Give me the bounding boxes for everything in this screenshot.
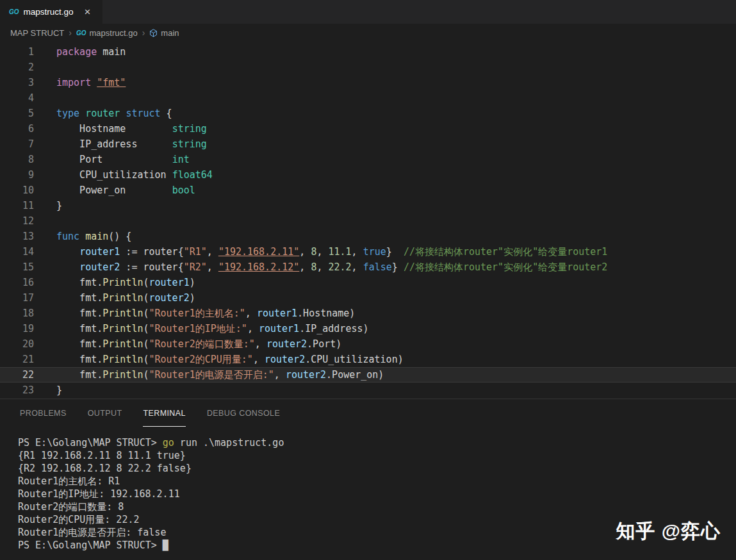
line-number: 4 xyxy=(0,90,34,106)
code-line[interactable]: 7 IP_address string xyxy=(0,136,736,152)
code-line[interactable]: 19 fmt.Println("Router1的IP地址:", router1.… xyxy=(0,321,736,336)
panel-tab-bar: PROBLEMSOUTPUTTERMINALDEBUG CONSOLE xyxy=(0,399,736,427)
panel-tab-problems[interactable]: PROBLEMS xyxy=(20,399,67,427)
panel-tab-terminal[interactable]: TERMINAL xyxy=(143,399,185,427)
code-line[interactable]: 21 fmt.Println("Router2的CPU用量:", router2… xyxy=(0,352,736,367)
terminal-line: PS E:\Golang\MAP STRUCT> go run .\mapstr… xyxy=(18,436,736,449)
code-line[interactable]: 14 router1 := router{"R1", "192.168.2.11… xyxy=(0,244,736,259)
line-number: 9 xyxy=(0,167,34,183)
code-text: } xyxy=(34,383,62,398)
line-number: 1 xyxy=(0,44,34,60)
code-text xyxy=(34,90,56,106)
close-tab-icon[interactable]: × xyxy=(85,6,91,17)
code-lines: 1package main23import "fmt"45type router… xyxy=(0,44,736,398)
package-symbol-icon xyxy=(149,29,158,37)
line-number: 3 xyxy=(0,75,34,90)
terminal-text: Router2的端口数量: 8 xyxy=(18,501,124,513)
go-file-icon: GO xyxy=(76,29,86,37)
code-line[interactable]: 5type router struct { xyxy=(0,106,736,121)
line-number: 6 xyxy=(0,121,34,136)
line-number: 2 xyxy=(0,60,34,75)
terminal-text: PS E:\Golang\MAP STRUCT> go run .\mapstr… xyxy=(18,437,284,449)
code-text: fmt.Println(router2) xyxy=(34,290,195,306)
line-number: 7 xyxy=(0,136,34,152)
go-file-icon: GO xyxy=(9,8,19,15)
code-line[interactable]: 12 xyxy=(0,213,736,229)
breadcrumb: MAP STRUCT › GO mapstruct.go › main xyxy=(0,24,736,42)
code-text: fmt.Println(router1) xyxy=(34,275,195,290)
code-text: CPU_utilization float64 xyxy=(34,167,213,183)
code-line[interactable]: 10 Power_on bool xyxy=(0,183,736,198)
code-text: fmt.Println("Router1的主机名:", router1.Host… xyxy=(34,306,355,321)
code-line[interactable]: 2 xyxy=(0,60,736,75)
line-number: 18 xyxy=(0,306,34,321)
panel-tab-debug-console[interactable]: DEBUG CONSOLE xyxy=(207,399,280,427)
code-line[interactable]: 3import "fmt" xyxy=(0,75,736,90)
editor-tab-bar: GO mapstruct.go × xyxy=(0,0,736,24)
breadcrumb-folder[interactable]: MAP STRUCT xyxy=(10,28,64,38)
line-number: 5 xyxy=(0,106,34,121)
terminal-line: {R1 192.168.2.11 8 11.1 true} xyxy=(18,449,736,462)
terminal-text: Router1的主机名: R1 xyxy=(18,475,120,487)
line-number: 12 xyxy=(0,213,34,229)
code-text: } xyxy=(34,198,62,213)
chevron-right-icon: › xyxy=(69,28,72,38)
code-line[interactable]: 9 CPU_utilization float64 xyxy=(0,167,736,183)
line-number: 22 xyxy=(0,367,34,383)
breadcrumb-symbol[interactable]: main xyxy=(149,28,179,38)
line-number: 11 xyxy=(0,198,34,213)
line-number: 17 xyxy=(0,290,34,306)
code-line[interactable]: 4 xyxy=(0,90,736,106)
breadcrumb-symbol-label: main xyxy=(161,28,179,38)
terminal-text: {R2 192.168.2.12 8 22.2 false} xyxy=(18,463,192,474)
code-line[interactable]: 18 fmt.Println("Router1的主机名:", router1.H… xyxy=(0,306,736,321)
code-text: Port int xyxy=(34,152,190,167)
code-text: fmt.Println("Router2的CPU用量:", router2.CP… xyxy=(34,352,404,367)
code-text: func main() { xyxy=(34,229,131,244)
terminal-text: {R1 192.168.2.11 8 11.1 true} xyxy=(18,450,186,461)
breadcrumb-folder-label: MAP STRUCT xyxy=(10,28,64,38)
code-line[interactable]: 23} xyxy=(0,383,736,398)
code-text: fmt.Println("Router2的端口数量:", router2.Por… xyxy=(34,336,341,352)
code-line[interactable]: 22 fmt.Println("Router1的电源是否开启:", router… xyxy=(0,367,736,383)
code-text: fmt.Println("Router1的电源是否开启:", router2.P… xyxy=(34,367,384,383)
panel-tab-output[interactable]: OUTPUT xyxy=(88,399,122,427)
terminal-line: {R2 192.168.2.12 8 22.2 false} xyxy=(18,462,736,475)
code-text: import "fmt" xyxy=(34,75,126,90)
code-line[interactable]: 11} xyxy=(0,198,736,213)
terminal-text: Router2的CPU用量: 22.2 xyxy=(18,514,140,525)
line-number: 13 xyxy=(0,229,34,244)
code-text: package main xyxy=(34,44,126,60)
code-text xyxy=(34,60,56,75)
code-line[interactable]: 1package main xyxy=(0,44,736,60)
code-line[interactable]: 20 fmt.Println("Router2的端口数量:", router2.… xyxy=(0,336,736,352)
code-line[interactable]: 6 Hostname string xyxy=(0,121,736,136)
code-line[interactable]: 8 Port int xyxy=(0,152,736,167)
terminal-text: PS E:\Golang\MAP STRUCT> █ xyxy=(18,539,168,551)
code-line[interactable]: 17 fmt.Println(router2) xyxy=(0,290,736,306)
line-number: 21 xyxy=(0,352,34,367)
terminal-line: Router1的IP地址: 192.168.2.11 xyxy=(18,488,736,500)
chevron-right-icon: › xyxy=(142,28,145,38)
terminal-line: Router1的主机名: R1 xyxy=(18,475,736,488)
tab-filename: mapstruct.go xyxy=(24,7,74,17)
code-text: fmt.Println("Router1的IP地址:", router1.IP_… xyxy=(34,321,369,336)
breadcrumb-file[interactable]: GO mapstruct.go xyxy=(76,28,138,38)
code-editor[interactable]: 1package main23import "fmt"45type router… xyxy=(0,42,736,399)
tab-mapstruct-go[interactable]: GO mapstruct.go × xyxy=(0,0,102,24)
terminal-text: Router1的IP地址: 192.168.2.11 xyxy=(18,488,180,500)
line-number: 16 xyxy=(0,275,34,290)
code-line[interactable]: 15 router2 := router{"R2", "192.168.2.12… xyxy=(0,259,736,275)
watermark: 知乎 @弈心 xyxy=(616,518,721,545)
line-number: 8 xyxy=(0,152,34,167)
line-number: 19 xyxy=(0,321,34,336)
code-text xyxy=(34,213,56,229)
code-text: router1 := router{"R1", "192.168.2.11", … xyxy=(34,244,607,259)
code-text: type router struct { xyxy=(34,106,172,121)
code-line[interactable]: 16 fmt.Println(router1) xyxy=(0,275,736,290)
code-line[interactable]: 13func main() { xyxy=(0,229,736,244)
code-text: router2 := router{"R2", "192.168.2.12", … xyxy=(34,259,607,275)
line-number: 15 xyxy=(0,259,34,275)
line-number: 20 xyxy=(0,336,34,352)
breadcrumb-file-label: mapstruct.go xyxy=(90,28,138,38)
